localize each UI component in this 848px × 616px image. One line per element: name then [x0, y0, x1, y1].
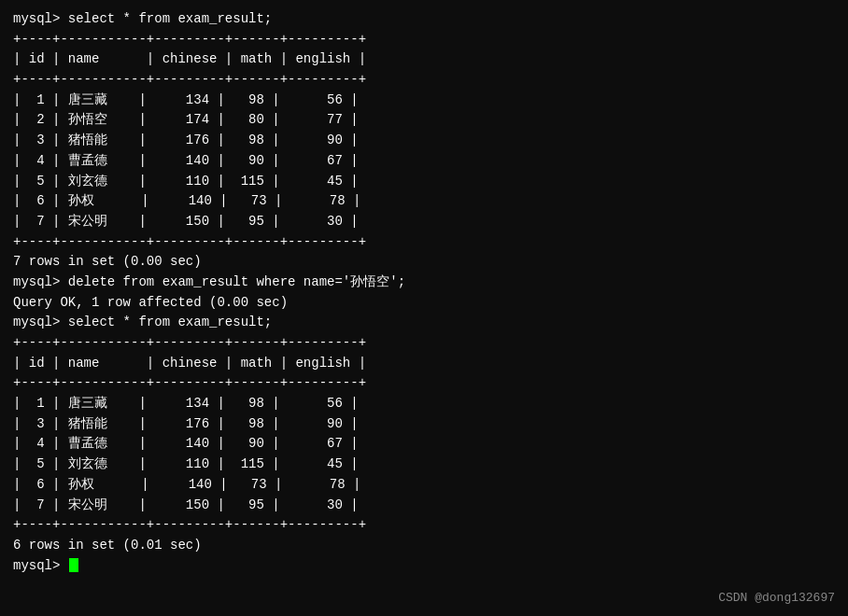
terminal-line: | 4 | 曹孟德 | 140 | 90 | 67 |: [13, 434, 835, 455]
terminal-line: | 6 | 孙权 | 140 | 73 | 78 |: [13, 191, 835, 212]
terminal-line: +----+-----------+---------+------+-----…: [13, 373, 835, 394]
terminal-line: Query OK, 1 row affected (0.00 sec): [13, 293, 835, 314]
terminal-line: 6 rows in set (0.01 sec): [13, 536, 835, 556]
command: select * from exam_result;: [68, 315, 272, 329]
prompt: mysql>: [13, 315, 68, 329]
terminal-line: 7 rows in set (0.00 sec): [13, 252, 835, 273]
terminal-line: | 7 | 宋公明 | 150 | 95 | 30 |: [13, 212, 835, 232]
terminal-line: | 5 | 刘玄德 | 110 | 115 | 45 |: [13, 455, 835, 475]
terminal-line: +----+-----------+---------+------+-----…: [13, 30, 835, 50]
prompt: mysql>: [13, 274, 68, 289]
command: select * from exam_result;: [68, 11, 272, 26]
prompt: mysql>: [13, 11, 68, 26]
prompt: mysql>: [13, 558, 68, 573]
terminal-line: | 1 | 唐三藏 | 134 | 98 | 56 |: [13, 91, 835, 111]
terminal-line: | id | name | chinese | math | english |: [13, 354, 835, 374]
terminal: mysql> select * from exam_result;+----+-…: [0, 0, 848, 616]
terminal-line: | 6 | 孙权 | 140 | 73 | 78 |: [13, 475, 835, 496]
terminal-line: mysql> select * from exam_result;: [13, 9, 835, 30]
terminal-line: | id | name | chinese | math | english |: [13, 49, 835, 70]
terminal-line: | 2 | 孙悟空 | 174 | 80 | 77 |: [13, 110, 835, 131]
terminal-line: | 3 | 猪悟能 | 176 | 98 | 90 |: [13, 131, 835, 151]
terminal-line: | 5 | 刘玄德 | 110 | 115 | 45 |: [13, 172, 835, 192]
watermark: CSDN @dong132697: [718, 591, 835, 605]
terminal-line: | 1 | 唐三藏 | 134 | 98 | 56 |: [13, 394, 835, 414]
terminal-line: +----+-----------+---------+------+-----…: [13, 232, 835, 253]
terminal-line: | 3 | 猪悟能 | 176 | 98 | 90 |: [13, 414, 835, 435]
terminal-line: mysql> select * from exam_result;: [13, 313, 835, 333]
terminal-line: mysql>: [13, 556, 835, 577]
terminal-line: +----+-----------+---------+------+-----…: [13, 333, 835, 354]
terminal-line: +----+-----------+---------+------+-----…: [13, 70, 835, 91]
terminal-line: | 7 | 宋公明 | 150 | 95 | 30 |: [13, 496, 835, 516]
terminal-line: | 4 | 曹孟德 | 140 | 90 | 67 |: [13, 151, 835, 172]
command: delete from exam_result where name='孙悟空'…: [68, 274, 405, 289]
terminal-line: mysql> delete from exam_result where nam…: [13, 273, 835, 293]
terminal-line: +----+-----------+---------+------+-----…: [13, 515, 835, 536]
cursor: [69, 558, 78, 572]
